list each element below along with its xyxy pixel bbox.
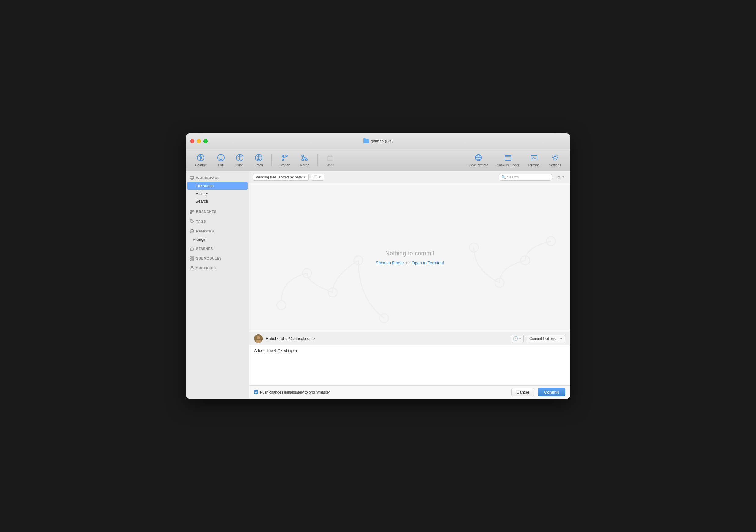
push-label: Push (236, 163, 243, 167)
commit-footer: Push changes immediately to origin/maste… (249, 385, 570, 399)
search-box[interactable]: 🔍 (498, 174, 553, 181)
pull-label: Pull (218, 163, 224, 167)
nothing-to-commit: Nothing to commit Show in Finder or Open… (376, 250, 444, 265)
content-toolbar: Pending files, sorted by path ▼ ☰ ▼ 🔍 ⚙ … (249, 171, 570, 183)
chevron-right-icon: ▶ (193, 238, 196, 241)
commit-action-button[interactable]: Commit (538, 388, 565, 396)
chevron-down-icon: ▼ (303, 175, 306, 179)
clock-button[interactable]: 🕐 ▼ (511, 334, 524, 342)
minimize-button[interactable] (197, 139, 201, 144)
search-icon: 🔍 (501, 175, 506, 179)
stashes-section[interactable]: STASHES (186, 244, 249, 253)
cancel-button[interactable]: Cancel (511, 388, 534, 396)
commit-message-area[interactable] (249, 345, 570, 385)
search-label: Search (196, 199, 208, 203)
sidebar-item-file-status[interactable]: File status (187, 182, 248, 190)
pending-files-select[interactable]: Pending files, sorted by path ▼ (253, 174, 309, 181)
remotes-section[interactable]: REMOTES (186, 227, 249, 235)
merge-label: Merge (300, 163, 310, 167)
origin-label: origin (197, 237, 206, 242)
svg-rect-45 (192, 259, 194, 260)
commit-panel: Rahul <rahul@attosol.com> 🕐 ▼ Commit Opt… (249, 332, 570, 399)
branches-label: BRANCHES (196, 210, 217, 214)
svg-rect-26 (505, 155, 511, 160)
merge-icon (300, 153, 309, 162)
sidebar-item-search[interactable]: Search (187, 198, 248, 205)
push-checkbox-label[interactable]: Push changes immediately to origin/maste… (254, 390, 330, 394)
commit-message-input[interactable] (254, 348, 565, 382)
terminal-button[interactable]: Terminal (524, 152, 545, 169)
toolbar-separator (271, 154, 272, 166)
commit-label: Commit (195, 163, 206, 167)
svg-point-47 (190, 268, 191, 269)
svg-rect-41 (190, 248, 193, 251)
branches-icon (189, 209, 194, 214)
workspace-section[interactable]: WORKSPACE (186, 173, 249, 182)
app-window: gitundo (Git) Commit (186, 133, 570, 399)
commit-options-button[interactable]: Commit Options... ▼ (526, 335, 565, 342)
svg-point-35 (193, 210, 194, 211)
push-checkbox[interactable] (254, 390, 258, 394)
svg-point-49 (190, 269, 191, 270)
settings-button[interactable]: Settings (545, 152, 565, 169)
branches-section[interactable]: BRANCHES (186, 207, 249, 216)
commit-header: Rahul <rahul@attosol.com> 🕐 ▼ Commit Opt… (249, 332, 570, 345)
commit-author: Rahul <rahul@attosol.com> (266, 336, 508, 341)
subtrees-section[interactable]: SUBTREES (186, 264, 249, 272)
terminal-label: Terminal (528, 163, 541, 167)
pull-icon (217, 153, 225, 162)
submodules-icon (189, 256, 194, 261)
history-label: History (196, 191, 208, 196)
or-text: or (406, 260, 410, 265)
merge-button[interactable]: Merge (296, 152, 313, 169)
sidebar-item-history[interactable]: History (187, 190, 248, 198)
view-toggle[interactable]: ☰ ▼ (311, 173, 324, 181)
tags-label: TAGS (196, 220, 206, 223)
svg-point-11 (282, 159, 284, 161)
stash-icon (326, 153, 335, 162)
svg-point-37 (191, 220, 192, 221)
workspace-label: WORKSPACE (196, 176, 220, 180)
commit-options-chevron: ▼ (560, 337, 563, 340)
submodules-label: SUBMODULES (196, 256, 222, 260)
clock-chevron: ▼ (519, 337, 521, 340)
show-in-finder-button[interactable]: Show in Finder (492, 152, 523, 169)
remotes-icon (189, 229, 194, 234)
branch-button[interactable]: Branch (275, 152, 294, 169)
commit-button[interactable]: Commit (191, 152, 211, 169)
maximize-button[interactable] (203, 139, 208, 144)
content-settings-btn[interactable]: ⚙ ▼ (555, 174, 567, 181)
submodules-section[interactable]: SUBMODULES (186, 254, 249, 263)
toolbar-separator-2 (317, 154, 318, 166)
close-button[interactable] (190, 139, 194, 144)
view-remote-button[interactable]: View Remote (464, 152, 492, 169)
branch-label: Branch (280, 163, 290, 167)
stashes-label: STASHES (196, 247, 213, 251)
push-button[interactable]: Push (231, 152, 249, 169)
nothing-text: Nothing to commit (385, 250, 434, 257)
stashes-icon (189, 246, 194, 251)
open-in-terminal-link[interactable]: Open in Terminal (412, 260, 444, 265)
pull-button[interactable]: Pull (212, 152, 230, 169)
tags-section[interactable]: TAGS (186, 217, 249, 226)
svg-rect-44 (190, 259, 192, 260)
settings-chevron: ▼ (562, 175, 565, 179)
svg-line-4 (199, 156, 200, 157)
svg-point-29 (554, 156, 556, 159)
traffic-lights (190, 139, 208, 144)
svg-rect-42 (190, 256, 192, 258)
toolbar: Commit Pull Push (186, 149, 570, 171)
stash-button[interactable]: Stash (321, 152, 339, 169)
gear-icon: ⚙ (557, 175, 561, 180)
subtrees-icon (189, 266, 194, 271)
main-area: WORKSPACE File status History Search (186, 171, 570, 399)
fetch-button[interactable]: Fetch (250, 152, 268, 169)
sidebar: WORKSPACE File status History Search (186, 171, 249, 399)
sidebar-item-origin[interactable]: ▶ origin (186, 235, 249, 243)
search-input[interactable] (507, 175, 544, 179)
settings-label: Settings (549, 163, 561, 167)
svg-point-46 (192, 266, 193, 267)
view-remote-label: View Remote (468, 163, 488, 167)
show-in-finder-link[interactable]: Show in Finder (376, 260, 404, 265)
main-content: Nothing to commit Show in Finder or Open… (249, 183, 570, 332)
